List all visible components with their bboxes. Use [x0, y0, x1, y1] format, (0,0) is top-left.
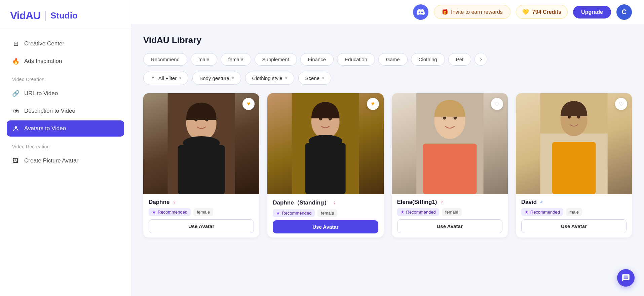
- invite-label: Invite to earn rewards: [451, 9, 503, 15]
- avatar-fav-daphne1[interactable]: ♥: [242, 98, 255, 110]
- avatar-name-daphne-standing: Daphne（Standing）: [273, 199, 330, 207]
- filter-icon: [150, 75, 156, 81]
- chat-bubble-button[interactable]: [617, 269, 635, 287]
- logo-text: VidAU: [10, 9, 40, 22]
- tag-female-daphne-standing: female: [317, 209, 337, 217]
- tag-recommended-elena: ★ Recommended: [397, 208, 439, 216]
- logo-divider: [45, 11, 46, 21]
- use-avatar-daphne-standing[interactable]: Use Avatar: [273, 220, 378, 233]
- star-icon: ★: [525, 210, 529, 215]
- sidebar: VidAU Studio ⊞ Creative Center 🔥 Ads Ins…: [0, 0, 131, 296]
- upgrade-button[interactable]: Upgrade: [573, 6, 611, 18]
- sidebar-item-creative-center[interactable]: ⊞ Creative Center: [7, 36, 124, 52]
- tag-female-daphne1: female: [193, 208, 213, 216]
- tag-male-david: male: [566, 208, 582, 216]
- avatar-card-daphne1[interactable]: ♥ Daphne ♀ ★ Recommended female Use Av: [143, 93, 259, 237]
- star-icon: ★: [152, 210, 156, 215]
- picture-avatar-icon: 🖼: [12, 157, 20, 164]
- avatar-image-elena: ♡: [392, 93, 508, 194]
- chip-female[interactable]: female: [221, 53, 251, 66]
- chip-finance[interactable]: Finance: [300, 53, 334, 66]
- studio-text: Studio: [50, 10, 78, 21]
- tag-recommended-daphne-standing: ★ Recommended: [273, 209, 315, 217]
- recommended-label: Recommended: [406, 210, 436, 215]
- avatar-tags-elena: ★ Recommended female: [397, 208, 502, 216]
- avatar-name-elena: Elena(Sitting1): [397, 199, 437, 206]
- invite-button[interactable]: 🎁 Invite to earn rewards: [434, 5, 510, 19]
- use-avatar-daphne1[interactable]: Use Avatar: [149, 219, 254, 233]
- avatar-name-row-david: David ♂: [521, 199, 627, 206]
- chip-game[interactable]: Game: [378, 53, 408, 66]
- sidebar-nav: ⊞ Creative Center 🔥 Ads Inspiration Vide…: [0, 29, 131, 169]
- use-avatar-elena[interactable]: Use Avatar: [397, 219, 502, 233]
- user-avatar-button[interactable]: C: [616, 4, 632, 20]
- avatar-gender-elena: ♀: [440, 199, 444, 205]
- header: 🎁 Invite to earn rewards 💛 794 Credits U…: [131, 0, 644, 24]
- avatar-image-daphne-standing: ♥: [267, 93, 383, 194]
- desc-video-label: Description to Video: [24, 108, 75, 114]
- main-content: 🎁 Invite to earn rewards 💛 794 Credits U…: [131, 0, 644, 296]
- credits-area: 💛 794 Credits: [516, 5, 568, 19]
- picture-avatar-label: Create Picture Avatar: [24, 157, 78, 164]
- credits-text: 794 Credits: [532, 9, 561, 15]
- creative-center-label: Creative Center: [24, 40, 64, 47]
- avatar-fav-elena[interactable]: ♡: [491, 98, 503, 110]
- body-gesture-dropdown[interactable]: Body gesture ▾: [192, 72, 241, 85]
- avatar-fav-daphne-standing[interactable]: ♥: [367, 98, 379, 110]
- sidebar-logo: VidAU Studio: [0, 0, 131, 29]
- avatar-name-row-daphne-standing: Daphne（Standing） ♀: [273, 199, 378, 207]
- filter-chips-row: Recommend male female Supplement Finance…: [143, 53, 632, 66]
- dropdown-filters-row: All Filter ▾ Body gesture ▾ Clothing sty…: [143, 71, 632, 85]
- sidebar-item-create-picture-avatar[interactable]: 🖼 Create Picture Avatar: [7, 153, 124, 169]
- avatars-video-label: Avatars to Video: [24, 125, 66, 132]
- chip-pet[interactable]: Pet: [448, 53, 471, 66]
- chip-clothing[interactable]: Clothing: [411, 53, 445, 66]
- page-title: VidAU Library: [143, 35, 632, 45]
- avatar-info-david: David ♂ ★ Recommended male Use Avatar: [516, 194, 632, 237]
- avatars-video-icon: [12, 125, 20, 132]
- ads-inspiration-label: Ads Inspiration: [24, 58, 62, 65]
- ads-inspiration-icon: 🔥: [12, 58, 20, 65]
- sidebar-item-url-to-video[interactable]: 🔗 URL to Video: [7, 85, 124, 102]
- sidebar-item-ads-inspiration[interactable]: 🔥 Ads Inspiration: [7, 53, 124, 69]
- sidebar-item-avatars-to-video[interactable]: Avatars to Video: [7, 120, 124, 137]
- sidebar-item-description-to-video[interactable]: 🛍 Description to Video: [7, 103, 124, 119]
- scene-label: Scene: [305, 75, 320, 81]
- chip-education[interactable]: Education: [337, 53, 375, 66]
- tag-female-elena: female: [442, 208, 462, 216]
- avatar-image-daphne1: ♥: [143, 93, 259, 194]
- avatar-card-elena[interactable]: ♡ Elena(Sitting1) ♀ ★ Recommended female: [392, 93, 508, 237]
- scene-dropdown[interactable]: Scene ▾: [298, 72, 332, 85]
- svg-rect-8: [178, 145, 225, 194]
- avatar-card-daphne-standing[interactable]: ♥ Daphne（Standing） ♀ ★ Recommended femal…: [267, 93, 383, 237]
- section-video-recreation: Video Recreation: [7, 138, 124, 151]
- invite-icon: 🎁: [442, 9, 448, 15]
- svg-point-9: [183, 136, 220, 150]
- recommended-label: Recommended: [158, 210, 187, 215]
- content-area: VidAU Library Recommend male female Supp…: [131, 24, 644, 296]
- chip-next-button[interactable]: ›: [475, 53, 487, 66]
- all-filter-dropdown[interactable]: All Filter ▾: [143, 71, 188, 85]
- chip-male[interactable]: male: [191, 53, 217, 66]
- svg-rect-26: [552, 142, 596, 194]
- body-gesture-label: Body gesture: [199, 75, 229, 81]
- recommended-label: Recommended: [530, 210, 560, 215]
- chip-supplement[interactable]: Supplement: [255, 53, 297, 66]
- avatar-gender-daphne1: ♀: [172, 199, 176, 205]
- url-video-icon: 🔗: [12, 90, 20, 97]
- credits-heart-icon: 💛: [522, 9, 529, 15]
- desc-video-icon: 🛍: [12, 107, 20, 115]
- svg-rect-14: [305, 143, 346, 194]
- avatar-name-row-daphne1: Daphne ♀: [149, 199, 254, 206]
- avatar-card-david[interactable]: ♡ David ♂ ★ Recommended male Use Avata: [516, 93, 632, 237]
- creative-center-icon: ⊞: [12, 40, 20, 47]
- use-avatar-david[interactable]: Use Avatar: [521, 219, 627, 233]
- avatar-fav-david[interactable]: ♡: [615, 98, 627, 110]
- all-filter-chevron: ▾: [179, 76, 181, 80]
- chip-recommend[interactable]: Recommend: [143, 53, 187, 66]
- clothing-style-dropdown[interactable]: Clothing style ▾: [245, 72, 294, 85]
- url-video-label: URL to Video: [24, 90, 58, 97]
- avatar-tags-daphne-standing: ★ Recommended female: [273, 209, 378, 217]
- discord-button[interactable]: [413, 4, 428, 20]
- avatar-info-daphne-standing: Daphne（Standing） ♀ ★ Recommended female …: [267, 194, 383, 237]
